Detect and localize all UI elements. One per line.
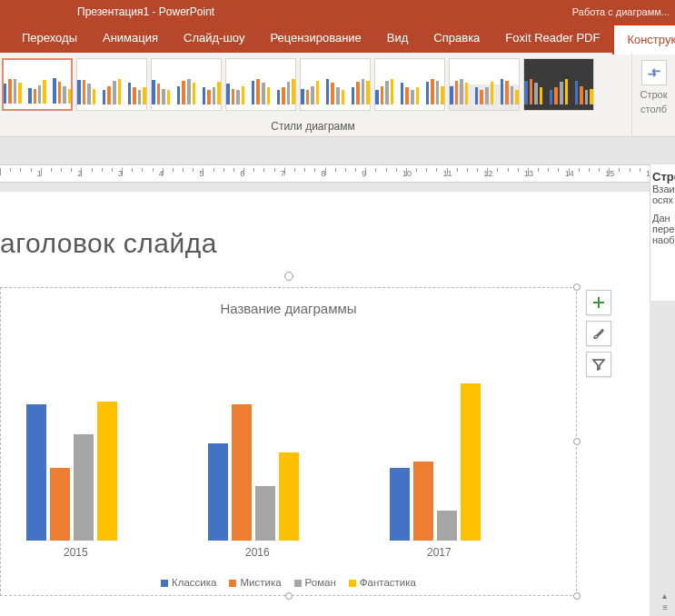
x-axis-label: 2015 <box>64 546 88 559</box>
pane-title: Стро <box>652 170 673 184</box>
chart-styles-group: Стили диаграмм <box>0 53 631 136</box>
legend-item[interactable]: Классика <box>161 577 216 588</box>
slide-canvas[interactable]: аголовок слайда Название диаграммы 20152… <box>0 192 650 616</box>
horizontal-ruler: 12345678910111213141516 <box>0 164 650 183</box>
resize-handle[interactable] <box>573 592 581 600</box>
chart-style-thumbnail[interactable] <box>300 58 371 111</box>
chart-filters-button[interactable] <box>586 352 611 377</box>
bar-group[interactable] <box>26 402 117 541</box>
chart-style-thumbnail[interactable] <box>449 58 520 111</box>
chart-elements-button[interactable] <box>586 290 611 315</box>
pane-text: Дан <box>652 213 673 224</box>
funnel-icon <box>591 357 606 372</box>
switch-label-1: Строк <box>640 89 667 100</box>
x-axis-label: 2016 <box>245 546 270 559</box>
contextual-tab-label: Работа с диаграмм... <box>572 6 670 17</box>
resize-handle[interactable] <box>573 438 581 445</box>
legend-item[interactable]: Фантастика <box>349 577 416 588</box>
bar-group[interactable] <box>390 383 481 541</box>
workspace: 12345678910111213141516 аголовок слайда … <box>0 137 675 616</box>
bar[interactable] <box>208 443 228 541</box>
chart-legend[interactable]: КлассикаМистикаРоманФантастика <box>1 577 576 588</box>
switch-label-2: столб <box>640 104 667 114</box>
resize-handle[interactable] <box>285 592 293 600</box>
bar[interactable] <box>97 402 117 541</box>
scroll-up-icon[interactable]: ▴ <box>662 591 668 601</box>
bar[interactable] <box>50 468 70 541</box>
vertical-scroll-buttons[interactable]: ▴ ≡ <box>662 591 668 612</box>
pane-text: Взаи <box>652 184 673 194</box>
bar[interactable] <box>232 404 252 541</box>
tab-slideshow[interactable]: Слайд-шоу <box>171 24 257 53</box>
chart-title[interactable]: Название диаграммы <box>1 301 576 316</box>
bar[interactable] <box>413 462 433 541</box>
bar[interactable] <box>390 468 410 541</box>
title-bar: Презентация1 - PowerPoint Работа с диагр… <box>0 0 675 23</box>
tab-view[interactable]: Вид <box>374 24 422 53</box>
document-title: Презентация1 - PowerPoint <box>77 5 214 18</box>
chart-plot-area[interactable]: 201520162017 <box>14 330 563 541</box>
slide-title-placeholder[interactable]: аголовок слайда <box>0 228 217 259</box>
chart-style-thumbnail[interactable] <box>374 58 445 111</box>
tab-animations[interactable]: Анимация <box>90 24 171 53</box>
bar[interactable] <box>26 404 46 541</box>
switch-row-column-button[interactable] <box>641 60 667 85</box>
ribbon: Стили диаграмм Строк столб <box>0 53 675 137</box>
ribbon-group-label: Стили диаграмм <box>0 120 626 133</box>
task-pane[interactable]: Стро Взаи осях Дан пере наоб <box>650 164 675 301</box>
resize-handle[interactable] <box>573 283 581 291</box>
bar-group[interactable] <box>208 404 299 541</box>
bar[interactable] <box>437 511 457 541</box>
x-axis-label: 2017 <box>427 546 452 559</box>
legend-item[interactable]: Роман <box>294 577 336 588</box>
bar[interactable] <box>279 452 299 541</box>
tab-review[interactable]: Рецензирование <box>257 24 373 53</box>
legend-item[interactable]: Мистика <box>229 577 281 588</box>
plus-icon <box>591 295 606 310</box>
chart-style-thumbnail[interactable] <box>2 58 73 111</box>
chart-styles-button[interactable] <box>586 321 611 346</box>
chart-floating-buttons <box>586 290 611 377</box>
brush-icon <box>591 326 606 341</box>
chart-style-thumbnail[interactable] <box>151 58 222 111</box>
chart-object[interactable]: Название диаграммы 201520162017 Классика… <box>0 287 577 596</box>
pane-text: наоб <box>652 234 673 245</box>
tab-help[interactable]: Справка <box>421 24 492 53</box>
switch-row-column-group: Строк столб <box>631 53 675 136</box>
pane-text: пере <box>652 224 673 234</box>
scroll-jump-icon[interactable]: ≡ <box>662 602 668 612</box>
rotation-handle[interactable] <box>284 272 293 281</box>
chart-style-thumbnail[interactable] <box>225 58 296 111</box>
tab-transitions[interactable]: Переходы <box>9 24 90 53</box>
bar[interactable] <box>461 383 481 541</box>
bar[interactable] <box>255 486 275 541</box>
tab-foxit[interactable]: Foxit Reader PDF <box>492 24 612 53</box>
tab-design-constructor[interactable]: Конструктор <box>612 24 675 55</box>
pane-text: осях <box>652 194 673 205</box>
ribbon-tabs: Переходы Анимация Слайд-шоу Рецензирован… <box>0 23 675 53</box>
chart-style-thumbnail[interactable] <box>76 58 147 111</box>
bar[interactable] <box>74 434 94 541</box>
swap-icon <box>645 64 663 82</box>
svg-point-0 <box>601 329 603 331</box>
chart-style-thumbnail[interactable] <box>523 58 594 111</box>
